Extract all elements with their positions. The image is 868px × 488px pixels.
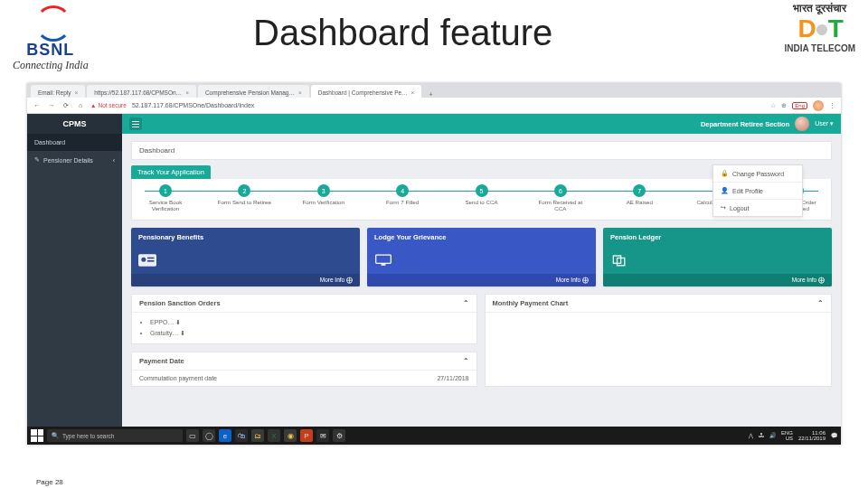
tray-icon[interactable]: ⋀ bbox=[749, 433, 753, 438]
close-icon[interactable]: × bbox=[298, 89, 302, 96]
powerpoint-icon[interactable]: P bbox=[300, 429, 313, 442]
tray-kb[interactable]: US bbox=[786, 436, 793, 441]
slide-page-number: Page 28 bbox=[36, 478, 63, 486]
logout-icon: ↪ bbox=[721, 204, 726, 211]
panels-row: Pension Sanction Orders⌃ EPPO… ⬇ Gratuit… bbox=[131, 294, 832, 387]
step: 2Form Send to Retiree bbox=[216, 184, 272, 212]
store-icon[interactable]: 🛍 bbox=[235, 429, 248, 442]
card-title: Pension Ledger bbox=[603, 228, 832, 247]
home-button[interactable]: ⌂ bbox=[76, 102, 85, 108]
excel-icon[interactable]: X bbox=[268, 429, 280, 442]
user-icon: 👤 bbox=[721, 187, 729, 194]
hamburger-button[interactable] bbox=[129, 117, 142, 130]
outlook-icon[interactable]: ✉ bbox=[316, 429, 329, 442]
app-frame: CPMS Dashboard ✎Pensioner Details‹ Depar… bbox=[27, 114, 841, 445]
profile-avatar[interactable] bbox=[813, 100, 824, 111]
panel-sanction-orders: Pension Sanction Orders⌃ EPPO… ⬇ Gratuit… bbox=[131, 294, 477, 344]
browser-tab[interactable]: Email: Reply× bbox=[31, 85, 85, 98]
bsnl-name: BSNL bbox=[13, 42, 89, 60]
new-tab-button[interactable]: + bbox=[423, 91, 438, 98]
main-area: Department Retiree Section User ▾ 🔒Chang… bbox=[122, 114, 841, 445]
network-icon[interactable]: 🖧 bbox=[759, 433, 764, 438]
svg-rect-4 bbox=[376, 255, 392, 263]
user-dropdown: 🔒Change Password 👤Edit Profile ↪Logout bbox=[712, 164, 803, 217]
forward-button[interactable]: → bbox=[47, 102, 56, 108]
more-info-link[interactable]: More Info ⨁ bbox=[131, 274, 360, 286]
browser-tab[interactable]: https://52.187.117.68/CPMSOn…× bbox=[87, 85, 196, 98]
payment-value: 27/11/2018 bbox=[437, 375, 468, 381]
department-label: Department Retiree Section bbox=[701, 120, 789, 128]
more-info-link[interactable]: More Info ⨁ bbox=[603, 274, 832, 286]
card-pensionary-benefits[interactable]: Pensionary Benefits More Info ⨁ bbox=[131, 228, 360, 286]
back-button[interactable]: ← bbox=[33, 102, 42, 108]
settings-icon[interactable]: ⚙ bbox=[333, 429, 345, 442]
payment-label: Commutation payment date bbox=[139, 375, 217, 381]
system-tray: ⋀ 🖧 🔊 ENG US 11:06 22/11/2019 💬 bbox=[749, 430, 837, 441]
slide-header: BSNL Connecting India Dashboard feature … bbox=[0, 0, 868, 81]
close-icon[interactable]: × bbox=[185, 89, 189, 96]
screenshot-frame: Email: Reply× https://52.187.117.68/CPMS… bbox=[27, 83, 841, 445]
sidebar-item-dashboard[interactable]: Dashboard bbox=[27, 134, 122, 151]
cortana-icon[interactable]: ◯ bbox=[203, 429, 215, 442]
browser-tabstrip: Email: Reply× https://52.187.117.68/CPMS… bbox=[27, 83, 841, 98]
slide-title: Dashboard feature bbox=[253, 13, 552, 53]
dot-top-text: भारत दूरसंचार bbox=[784, 2, 855, 14]
panel-payment-date: Payment Date⌃ Commutation payment date27… bbox=[131, 352, 477, 387]
close-icon[interactable]: × bbox=[411, 89, 415, 96]
panel-title: Pension Sanction Orders bbox=[139, 299, 221, 307]
browser-tab[interactable]: Dashboard | Comprehensive Pe…× bbox=[311, 85, 422, 98]
menu-icon[interactable]: ⋮ bbox=[829, 102, 835, 109]
track-application-header: Track Your Application bbox=[131, 165, 211, 179]
explorer-icon[interactable]: 🗂 bbox=[251, 429, 264, 442]
step: 5Send to CCA bbox=[454, 184, 510, 212]
info-cards-row: Pensionary Benefits More Info ⨁ Lodge Yo… bbox=[131, 228, 832, 286]
close-icon[interactable]: × bbox=[74, 89, 78, 96]
dot-bottom-text: INDIA TELECOM bbox=[784, 43, 855, 53]
browser-tab[interactable]: Comprehensive Pension Manag…× bbox=[198, 85, 309, 98]
copy-icon bbox=[610, 254, 628, 267]
user-menu-toggle[interactable]: User ▾ bbox=[815, 120, 834, 127]
collapse-icon[interactable]: ⌃ bbox=[817, 299, 824, 307]
edge-icon[interactable]: e bbox=[219, 429, 231, 442]
app-brand: CPMS bbox=[27, 114, 122, 134]
windows-taskbar: 🔍Type here to search ▭ ◯ e 🛍 🗂 X ◉ P ✉ ⚙… bbox=[27, 427, 841, 445]
menu-edit-profile[interactable]: 👤Edit Profile bbox=[713, 183, 802, 200]
monitor-icon bbox=[374, 254, 392, 267]
list-item[interactable]: EPPO… ⬇ bbox=[150, 317, 469, 328]
start-button[interactable] bbox=[31, 429, 43, 442]
browser-toolbar: ← → ⟳ ⌂ ▲ Not secure 52.187.117.68/CPMSO… bbox=[27, 98, 841, 114]
notification-icon[interactable]: 💬 bbox=[831, 433, 837, 438]
dot-logo: भारत दूरसंचार D●T INDIA TELECOM bbox=[784, 2, 855, 53]
taskbar-search[interactable]: 🔍Type here to search bbox=[47, 429, 183, 442]
avatar bbox=[795, 117, 809, 131]
card-pension-ledger[interactable]: Pension Ledger More Info ⨁ bbox=[603, 228, 832, 286]
svg-rect-5 bbox=[382, 264, 386, 266]
menu-logout[interactable]: ↪Logout bbox=[713, 200, 802, 216]
volume-icon[interactable]: 🔊 bbox=[769, 433, 776, 438]
sidebar-item-pensioner[interactable]: ✎Pensioner Details‹ bbox=[27, 151, 122, 169]
translate-icon[interactable]: ⊕ bbox=[781, 102, 787, 109]
menu-change-password[interactable]: 🔒Change Password bbox=[713, 165, 802, 183]
address-bar[interactable]: 52.187.117.68/CPMSOne/Dashboard/Index bbox=[132, 102, 254, 108]
card-grievance[interactable]: Lodge Your Grievance More Info ⨁ bbox=[367, 228, 596, 286]
card-title: Pensionary Benefits bbox=[131, 228, 360, 247]
chevron-left-icon: ‹ bbox=[113, 157, 115, 164]
collapse-icon[interactable]: ⌃ bbox=[463, 299, 469, 307]
collapse-icon[interactable]: ⌃ bbox=[463, 357, 469, 365]
card-title: Lodge Your Grievance bbox=[367, 228, 596, 247]
task-view-icon[interactable]: ▭ bbox=[186, 429, 199, 442]
not-secure-badge[interactable]: ▲ Not secure bbox=[90, 102, 127, 108]
step: 4Form 7 Filled bbox=[374, 184, 430, 212]
reload-button[interactable]: ⟳ bbox=[61, 102, 71, 109]
id-card-icon bbox=[138, 254, 156, 267]
more-info-link[interactable]: More Info ⨁ bbox=[367, 274, 596, 286]
dot-symbol: D●T bbox=[784, 14, 855, 43]
tray-date[interactable]: 22/11/2019 bbox=[798, 436, 826, 441]
list-item[interactable]: Gratuity… ⬇ bbox=[150, 328, 469, 339]
chrome-icon[interactable]: ◉ bbox=[284, 429, 297, 442]
step: 1Service Book Verification bbox=[137, 184, 193, 212]
sidebar: CPMS Dashboard ✎Pensioner Details‹ bbox=[27, 114, 122, 445]
lang-badge[interactable]: Eng bbox=[792, 102, 807, 109]
star-icon[interactable]: ☆ bbox=[770, 102, 776, 109]
panel-monthly-chart: Monthly Payment Chart⌃ bbox=[485, 294, 833, 387]
